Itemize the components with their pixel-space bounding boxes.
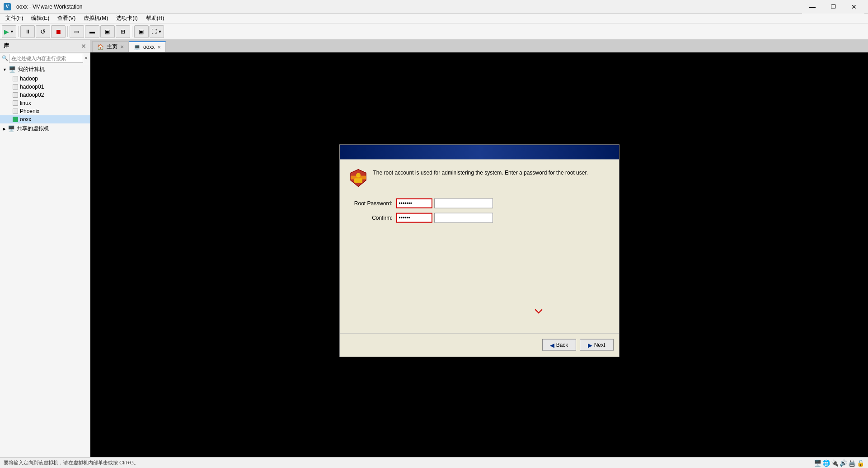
expand-icon: ▶ — [3, 127, 6, 131]
restore-button[interactable]: ❐ — [823, 0, 844, 14]
phoenix-label: Phoenix — [20, 108, 39, 114]
sidebar-tree: ▼ 🖥️ 我的计算机 hadoop hadoop01 hadoop02 — [0, 64, 90, 457]
dialog-body: The root account is used for administeri… — [340, 159, 619, 333]
search-icon: 🔍 — [2, 55, 8, 61]
main-layout: 🔍 ▼ ▼ 🖥️ 我的计算机 hadoop hadoop0 — [0, 52, 868, 457]
title-buttons: — ❐ ✕ — [802, 0, 864, 14]
home-tab-close[interactable]: ✕ — [120, 44, 124, 49]
vm-icon-hadoop01 — [13, 84, 18, 90]
sidebar-section-my-computer-header[interactable]: ▼ 🖥️ 我的计算机 — [0, 64, 90, 75]
ooxx-label: ooxx — [20, 116, 31, 123]
svg-rect-4 — [354, 178, 362, 183]
view-btn-3[interactable]: ▣ — [100, 25, 115, 38]
back-button[interactable]: ◀ Back — [542, 339, 576, 351]
shared-icon: 🖥️ — [8, 125, 15, 132]
dialog-description: The root account is used for administeri… — [373, 168, 588, 187]
stop-icon: ⏹ — [55, 28, 61, 35]
status-icon-printer[interactable]: 🖨️ — [848, 459, 856, 467]
my-computer-label: 我的计算机 — [18, 66, 45, 73]
next-button[interactable]: ▶ Next — [580, 339, 614, 351]
toolbar-divider-2 — [67, 26, 68, 37]
fullscreen-icon: ⛶ — [151, 28, 157, 35]
hadoop-label: hadoop — [20, 76, 38, 82]
ooxx-tab-label: ooxx — [143, 44, 155, 50]
home-tab-icon: 🏠 — [97, 44, 104, 50]
computer-icon: 🖥️ — [9, 66, 16, 73]
sidebar-search-input[interactable] — [9, 54, 83, 63]
collapse-icon: ▼ — [3, 67, 7, 72]
stop-button[interactable]: ⏹ — [51, 25, 66, 38]
menu-edit[interactable]: 编辑(E) — [28, 14, 53, 23]
tab-home[interactable]: 🏠 主页 ✕ — [92, 41, 129, 52]
suspend-button[interactable]: ⏸ — [20, 25, 35, 38]
vm-icon-ooxx — [13, 117, 18, 122]
shield-svg — [349, 168, 368, 187]
vm-icon-phoenix — [13, 109, 18, 114]
status-icon-audio[interactable]: 🔊 — [840, 459, 847, 467]
toolbar-divider-3 — [132, 26, 132, 37]
sidebar-item-hadoop02[interactable]: hadoop02 — [0, 91, 90, 99]
toolbar: ▶ ▼ ⏸ ↺ ⏹ ▭ ▬ ▣ ⊞ ▣ ⛶ ▼ — [0, 24, 868, 40]
dialog-footer: ◀ Back ▶ Next — [340, 333, 619, 356]
tab-sidebar-row: 库 ✕ 🏠 主页 ✕ 💻 ooxx ✕ — [0, 40, 868, 52]
ooxx-tab-icon: 💻 — [134, 44, 141, 50]
dialog-intro: The root account is used for administeri… — [349, 168, 610, 187]
ooxx-tab-close[interactable]: ✕ — [157, 45, 161, 50]
linux-label: linux — [20, 100, 31, 106]
status-icons: 🖥️ 🌐 🔌 🔊 🖨️ 🔒 — [814, 459, 864, 467]
sidebar-item-linux[interactable]: linux — [0, 99, 90, 107]
view-btn-1[interactable]: ▭ — [70, 25, 84, 38]
power-dropdown-button[interactable]: ▶ ▼ — [2, 25, 16, 38]
status-icon-usb[interactable]: 🔌 — [831, 459, 839, 467]
dialog-header — [340, 145, 619, 159]
confirm-password-input[interactable] — [396, 213, 432, 222]
home-tab-label: 主页 — [107, 43, 117, 51]
confirm-password-confirm-input[interactable] — [434, 213, 493, 222]
sidebar-section-my-computer: ▼ 🖥️ 我的计算机 hadoop hadoop01 hadoop02 — [0, 64, 90, 123]
sidebar: 🔍 ▼ ▼ 🖥️ 我的计算机 hadoop hadoop0 — [0, 52, 90, 457]
minimize-button[interactable]: — — [802, 0, 823, 14]
status-icon-monitor[interactable]: 🖥️ — [814, 459, 821, 467]
tab-ooxx[interactable]: 💻 ooxx ✕ — [129, 41, 166, 52]
view-icon-2: ▬ — [89, 28, 95, 35]
svg-point-3 — [356, 173, 361, 177]
vm-content-area[interactable]: The root account is used for administeri… — [90, 52, 868, 457]
view-btn-4[interactable]: ⊞ — [116, 25, 130, 38]
vm-dialog: The root account is used for administeri… — [339, 144, 619, 357]
menu-tab[interactable]: 选项卡(I) — [113, 14, 141, 23]
menu-help[interactable]: 帮助(H) — [142, 14, 168, 23]
back-arrow-icon: ◀ — [550, 341, 554, 348]
root-password-confirm-input[interactable] — [434, 198, 493, 208]
status-icon-network[interactable]: 🌐 — [822, 459, 830, 467]
root-password-input[interactable] — [396, 198, 432, 208]
dialog-description-text: The root account is used for administeri… — [373, 169, 588, 175]
root-password-label: Root Password: — [349, 200, 396, 206]
sidebar-section-shared-header[interactable]: ▶ 🖥️ 共享的虚拟机 — [0, 123, 90, 134]
restart-button[interactable]: ↺ — [36, 25, 50, 38]
sidebar-item-phoenix[interactable]: Phoenix — [0, 107, 90, 115]
play-icon: ▶ — [4, 28, 9, 35]
next-label: Next — [594, 342, 605, 348]
sidebar-item-hadoop01[interactable]: hadoop01 — [0, 83, 90, 91]
sidebar-close-button[interactable]: ✕ — [81, 43, 86, 50]
shared-vms-label: 共享的虚拟机 — [17, 125, 49, 132]
menu-vm[interactable]: 虚拟机(M) — [80, 14, 112, 23]
view-icon-3: ▣ — [105, 28, 110, 35]
menu-view[interactable]: 查看(V) — [54, 14, 79, 23]
confirm-label: Confirm: — [349, 214, 396, 221]
dialog-icon — [349, 168, 368, 187]
menu-file[interactable]: 文件(F) — [2, 14, 27, 23]
suspend-icon: ⏸ — [25, 28, 30, 35]
vm-icon-linux — [13, 100, 18, 106]
search-dropdown-icon[interactable]: ▼ — [84, 56, 88, 61]
vm-icon-hadoop — [13, 76, 18, 81]
sidebar-item-hadoop[interactable]: hadoop — [0, 75, 90, 83]
status-icon-lock[interactable]: 🔒 — [857, 459, 864, 467]
fullscreen-button[interactable]: ⛶ ▼ — [150, 25, 164, 38]
console-button[interactable]: ▣ — [134, 25, 149, 38]
view-btn-2[interactable]: ▬ — [85, 25, 99, 38]
close-button[interactable]: ✕ — [844, 0, 864, 14]
tab-list: 🏠 主页 ✕ 💻 ooxx ✕ — [90, 40, 868, 52]
sidebar-item-ooxx[interactable]: ooxx — [0, 115, 90, 123]
sidebar-title: 库 — [4, 42, 81, 50]
